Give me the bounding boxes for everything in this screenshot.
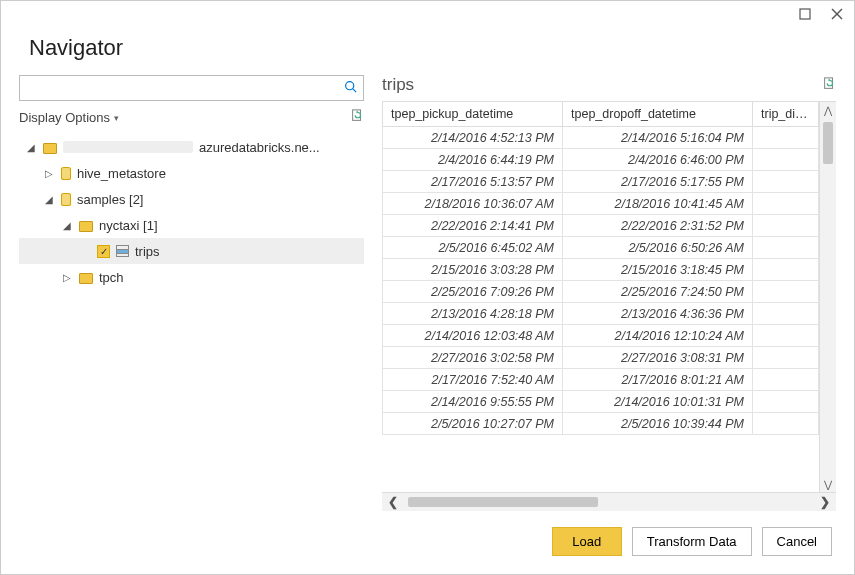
table-row[interactable]: 2/25/2016 7:09:26 PM2/25/2016 7:24:50 PM (383, 281, 819, 303)
table-row[interactable]: 2/13/2016 4:28:18 PM2/13/2016 4:36:36 PM (383, 303, 819, 325)
tree-label: nyctaxi [1] (99, 218, 158, 233)
table-cell: 2/14/2016 5:16:04 PM (563, 127, 753, 149)
tree-node-nyctaxi[interactable]: ◢ nyctaxi [1] (19, 212, 364, 238)
scroll-left-icon[interactable]: ❮ (382, 493, 404, 511)
data-table: tpep_pickup_datetime tpep_dropoff_dateti… (382, 102, 819, 435)
close-icon[interactable] (830, 7, 844, 21)
table-cell: 2/17/2016 5:17:55 PM (563, 171, 753, 193)
table-cell: 2/14/2016 4:52:13 PM (383, 127, 563, 149)
table-cell: 2/4/2016 6:46:00 PM (563, 149, 753, 171)
grid-wrap: tpep_pickup_datetime tpep_dropoff_dateti… (382, 101, 836, 492)
expand-icon[interactable]: ▷ (61, 272, 73, 283)
vertical-scrollbar[interactable]: ⋀ ⋁ (819, 102, 836, 492)
table-row[interactable]: 2/15/2016 3:03:28 PM2/15/2016 3:18:45 PM (383, 259, 819, 281)
table-row[interactable]: 2/5/2016 6:45:02 AM2/5/2016 6:50:26 AM (383, 237, 819, 259)
load-button[interactable]: Load (552, 527, 622, 556)
horizontal-scrollbar[interactable]: ❮ ❯ (382, 492, 836, 511)
table-cell: 2/13/2016 4:36:36 PM (563, 303, 753, 325)
table-cell: 2/5/2016 6:50:26 AM (563, 237, 753, 259)
table-cell: 2/14/2016 12:10:24 AM (563, 325, 753, 347)
folder-icon (43, 143, 57, 154)
table-cell: 2/18/2016 10:36:07 AM (383, 193, 563, 215)
cancel-button[interactable]: Cancel (762, 527, 832, 556)
table-cell (753, 325, 819, 347)
search-icon[interactable] (344, 80, 357, 96)
table-row[interactable]: 2/17/2016 7:52:40 AM2/17/2016 8:01:21 AM (383, 369, 819, 391)
expand-icon[interactable]: ▷ (43, 168, 55, 179)
transform-data-button[interactable]: Transform Data (632, 527, 752, 556)
table-row[interactable]: 2/4/2016 6:44:19 PM2/4/2016 6:46:00 PM (383, 149, 819, 171)
tree-node-host[interactable]: ◢ azuredatabricks.ne... (19, 134, 364, 160)
column-header[interactable]: tpep_pickup_datetime (383, 102, 563, 127)
scroll-right-icon[interactable]: ❯ (814, 493, 836, 511)
table-cell (753, 215, 819, 237)
collapse-icon[interactable]: ◢ (61, 220, 73, 231)
scroll-thumb[interactable] (408, 497, 598, 507)
table-cell (753, 347, 819, 369)
tree: ◢ azuredatabricks.ne... ▷ hive_metastore… (19, 134, 364, 511)
scroll-down-icon[interactable]: ⋁ (820, 476, 836, 492)
table-row[interactable]: 2/14/2016 9:55:55 PM2/14/2016 10:01:31 P… (383, 391, 819, 413)
table-cell (753, 281, 819, 303)
refresh-icon[interactable] (822, 77, 836, 94)
maximize-icon[interactable] (798, 7, 812, 21)
table-cell: 2/17/2016 7:52:40 AM (383, 369, 563, 391)
search-box[interactable] (19, 75, 364, 101)
column-header[interactable]: tpep_dropoff_datetime (563, 102, 753, 127)
column-header[interactable]: trip_distance (753, 102, 819, 127)
dialog-body: Display Options ▾ ◢ azuredatabricks.ne..… (1, 75, 854, 511)
svg-point-3 (346, 82, 354, 90)
table-row[interactable]: 2/5/2016 10:27:07 PM2/5/2016 10:39:44 PM (383, 413, 819, 435)
checkbox-checked[interactable]: ✓ (97, 245, 110, 258)
navigator-window: Navigator Display Options ▾ (0, 0, 855, 575)
header-row: tpep_pickup_datetime tpep_dropoff_dateti… (383, 102, 819, 127)
table-cell: 2/27/2016 3:08:31 PM (563, 347, 753, 369)
search-input[interactable] (26, 80, 344, 97)
table-cell: 2/4/2016 6:44:19 PM (383, 149, 563, 171)
dialog-footer: Load Transform Data Cancel (1, 511, 854, 574)
folder-icon (79, 221, 93, 232)
collapse-icon[interactable]: ◢ (25, 142, 37, 153)
table-cell (753, 391, 819, 413)
table-cell: 2/25/2016 7:09:26 PM (383, 281, 563, 303)
table-row[interactable]: 2/22/2016 2:14:41 PM2/22/2016 2:31:52 PM (383, 215, 819, 237)
svg-rect-6 (825, 77, 833, 88)
collapse-icon[interactable]: ◢ (43, 194, 55, 205)
table-cell: 2/14/2016 12:03:48 AM (383, 325, 563, 347)
scroll-up-icon[interactable]: ⋀ (820, 102, 836, 118)
table-cell (753, 127, 819, 149)
scroll-thumb[interactable] (823, 122, 833, 164)
dialog-header: Navigator (1, 29, 854, 75)
display-options-row: Display Options ▾ (19, 107, 364, 128)
table-cell: 2/15/2016 3:03:28 PM (383, 259, 563, 281)
svg-rect-5 (353, 110, 361, 121)
tree-node-tpch[interactable]: ▷ tpch (19, 264, 364, 290)
table-row[interactable]: 2/14/2016 12:03:48 AM2/14/2016 12:10:24 … (383, 325, 819, 347)
svg-rect-0 (800, 9, 810, 19)
tree-label: azuredatabricks.ne... (199, 140, 320, 155)
table-cell (753, 303, 819, 325)
tree-node-trips[interactable]: ✓ trips (19, 238, 364, 264)
table-cell: 2/5/2016 6:45:02 AM (383, 237, 563, 259)
table-cell: 2/17/2016 5:13:57 PM (383, 171, 563, 193)
table-row[interactable]: 2/17/2016 5:13:57 PM2/17/2016 5:17:55 PM (383, 171, 819, 193)
left-panel: Display Options ▾ ◢ azuredatabricks.ne..… (19, 75, 364, 511)
tree-node-hive-metastore[interactable]: ▷ hive_metastore (19, 160, 364, 186)
table-row[interactable]: 2/14/2016 4:52:13 PM2/14/2016 5:16:04 PM (383, 127, 819, 149)
table-row[interactable]: 2/27/2016 3:02:58 PM2/27/2016 3:08:31 PM (383, 347, 819, 369)
dialog-title: Navigator (29, 35, 826, 61)
display-options-dropdown[interactable]: Display Options ▾ (19, 110, 119, 125)
tree-label: trips (135, 244, 160, 259)
table-row[interactable]: 2/18/2016 10:36:07 AM2/18/2016 10:41:45 … (383, 193, 819, 215)
tree-label: tpch (99, 270, 124, 285)
table-cell: 2/14/2016 10:01:31 PM (563, 391, 753, 413)
table-cell: 2/5/2016 10:39:44 PM (563, 413, 753, 435)
table-cell: 2/27/2016 3:02:58 PM (383, 347, 563, 369)
database-icon (61, 167, 71, 180)
title-bar (1, 1, 854, 29)
tree-node-samples[interactable]: ◢ samples [2] (19, 186, 364, 212)
refresh-icon[interactable] (350, 109, 364, 126)
table-cell: 2/25/2016 7:24:50 PM (563, 281, 753, 303)
data-grid[interactable]: tpep_pickup_datetime tpep_dropoff_dateti… (382, 102, 819, 492)
table-cell (753, 193, 819, 215)
